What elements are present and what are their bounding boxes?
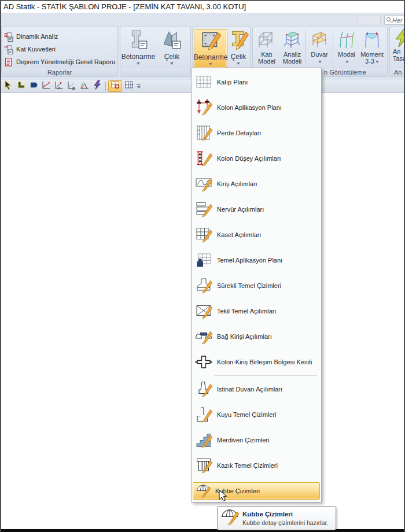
menu-item-label: İstinat Duvarı Açılımları [217,386,282,393]
raporlar-item-label: Deprem Yönetmeliği Genel Raporu [16,58,115,65]
search-box[interactable] [384,15,405,25]
window-titlebar: AD Statik - STATİK ŞABLON PROJE - [ZEMİN… [0,0,405,13]
view-button-moment[interactable]: Moment3-3 [359,29,385,67]
corner-tool-icon [16,80,26,93]
strip-foundation-icon [195,277,212,294]
chevron-down-icon [318,61,322,63]
menu-item-rib[interactable]: Nervür Açılımları [192,197,321,222]
menu-item-label: Merdiven Çizimleri [217,437,269,444]
analysis-group-label: An [391,68,405,76]
ribbon-group-analysis: An Tasa An [389,27,405,77]
menu-item-pile-foundation[interactable]: Kazık Temel Çizimleri [192,453,321,478]
betonarme-report-button[interactable]: Betonarme [122,29,155,68]
raporlar-items: Dinamik AnalizKat KuvvetleriDeprem Yönet… [2,30,117,68]
toolbar-overflow-icon[interactable] [137,84,141,88]
celik-report-icon [161,29,183,53]
dome-icon [220,508,239,529]
view-button-analysis-model[interactable]: AnalizModeli [279,29,305,67]
menu-item-strip-foundation[interactable]: Sürekli Temel Çizimleri [192,273,321,298]
raporlar-item-label: Kat Kuvvetleri [16,46,56,53]
toolbar-button-grid-red[interactable] [108,80,122,92]
pile-foundation-icon [195,457,212,474]
story-forces-icon [3,45,13,54]
diagram-curve-icon [41,80,51,93]
toolbar-separator [105,82,106,91]
celik-drawing-button[interactable]: Çelik [227,29,249,68]
betonarme-drawing-button[interactable]: Betonarme [194,29,227,68]
beam-icon [195,175,212,193]
betonarme-drawing-icon [200,29,222,53]
dynamic-analysis-icon [3,32,13,42]
menu-item-well-foundation[interactable]: Kuyu Temel Çizimleri [192,402,321,427]
distribution-icon [79,80,90,93]
menu-item-retaining-wall[interactable]: İstinat Duvarı Açılımları [192,376,321,402]
toolbar-button-distribution[interactable] [78,80,90,92]
retaining-wall-icon [195,380,212,398]
chevron-down-icon [345,61,349,63]
menu-item-dome[interactable]: Kubbe Çizimleri [193,482,320,500]
toolbar-button-diagram-point[interactable]: P [53,80,65,92]
menu-item-joint-section[interactable]: Kolon-Kiriş Birleşim Bölgesi Kesiti [192,349,321,375]
menu-item-single-foundation[interactable]: Tekil Temel Açılımları [192,298,321,324]
tooltip-title: Kubbe Çizimleri [242,510,328,519]
toolbar-button-corner-tool[interactable] [14,80,27,92]
diagram-point-icon: P [54,80,64,93]
menu-item-beam[interactable]: Kiriş Açılımları [192,171,321,197]
menu-item-label: Kolon Düşey Açılımları [217,155,281,162]
column-vertical-icon [195,150,212,167]
toolbar-button-diagram-curve[interactable] [40,80,52,92]
raporlar-item-story-forces[interactable]: Kat Kuvvetleri [2,43,117,56]
raporlar-group-label: Raporlar [2,68,117,76]
menu-item-label: Kolon-Kiriş Birleşim Bölgesi Kesiti [217,359,312,365]
well-foundation-icon [195,406,212,423]
pick-tool-icon [3,80,13,93]
menu-item-waffle[interactable]: Kaset Açılımları [192,222,321,247]
menu-item-label: Kazık Temel Çizimleri [217,462,278,469]
joint-section-icon [195,353,212,371]
shearwall-details-icon [195,124,212,142]
menu-item-column-application-plan[interactable]: Kolon Aplikasyon Planı [192,95,321,120]
tooltip-description: Kubbe detay çizimlerini hazırlar. [242,519,328,527]
menu-item-label: Sürekli Temel Çizimleri [217,282,281,289]
report-icon [3,57,13,67]
menu-item-label: Kalıp Planı [217,79,248,86]
dome-icon [196,483,211,498]
celik-report-button[interactable]: Çelik [155,29,189,68]
formwork-plan-icon [195,73,212,91]
foundation-plan-icon [195,252,212,269]
menu-separator [214,375,317,376]
stair-icon [195,431,212,449]
chevron-down-icon [237,62,240,65]
ribbon-group-reports: Betonarme Çelik [120,27,191,77]
toolbar-button-pick-tool[interactable] [2,80,14,92]
betonarme-report-icon [127,29,149,53]
menu-item-label: Kaset Açılımları [217,231,261,238]
lightning-small-icon [92,80,102,93]
toolbar-button-grid-plain[interactable] [123,80,135,92]
wall-icon [309,29,330,51]
search-input[interactable] [392,17,405,24]
menu-item-label: Temel Aplikasyon Planı [217,257,282,264]
toolbar-button-diagram-query[interactable]: 2 [65,80,78,92]
menu-item-shearwall-details[interactable]: Perde Detayları [192,120,321,146]
toolbar-button-lightning-small[interactable] [91,80,103,92]
bottom-bar [0,529,405,532]
menu-item-stair[interactable]: Merdiven Çizimleri [192,427,321,453]
menu-item-tie-beam[interactable]: Bağ Kirişi Açılımları [192,324,321,349]
chevron-down-icon [137,62,140,65]
svg-text:2: 2 [72,86,75,90]
menu-item-foundation-plan[interactable]: Temel Aplikasyon Planı [192,247,321,273]
toolbar-button-capsule-tool[interactable] [27,80,39,92]
view-button-solid-model[interactable]: KatıModel [254,29,279,67]
raporlar-item-report[interactable]: Deprem Yönetmeliği Genel Raporu [2,56,117,68]
svg-text:P: P [58,87,60,90]
menu-item-column-vertical[interactable]: Kolon Düşey Açılımları [192,146,321,171]
view-button-wall[interactable]: Duvar [307,29,332,67]
solid-model-icon [256,29,277,51]
chevron-down-icon [170,62,174,65]
raporlar-item-dynamic-analysis[interactable]: Dinamik Analiz [2,30,117,43]
analysis-run-button[interactable]: An Tasa [390,27,405,65]
view-button-modal[interactable]: Modal [334,29,359,67]
menu-item-label: Kiriş Açılımları [217,180,257,187]
menu-item-formwork-plan[interactable]: Kalıp Planı [192,69,321,95]
